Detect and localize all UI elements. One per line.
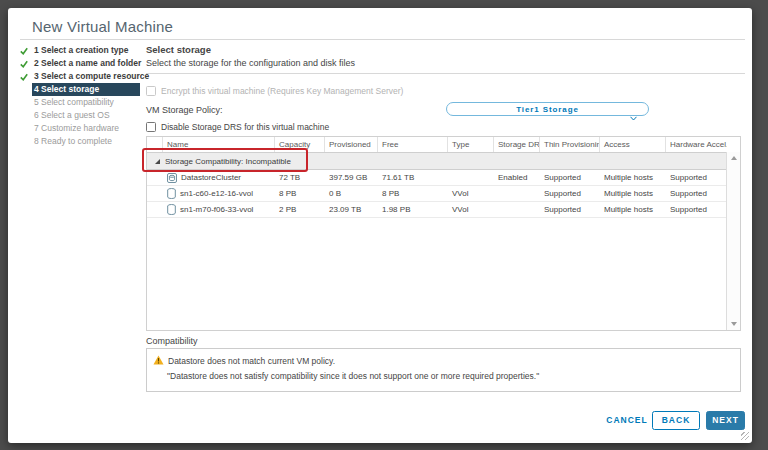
selector-column-header [147,137,163,152]
column-header-storage-drs[interactable]: Storage DRS [494,137,540,152]
check-icon [20,47,32,55]
resize-handle[interactable] [741,432,749,440]
row-selector[interactable] [147,186,163,201]
column-header-capacity[interactable]: Capacity [275,137,325,152]
step-label: 5 Select compatibility [32,96,140,109]
dialog-title: New Virtual Machine [32,18,173,35]
disable-drs-row: Disable Storage DRS for this virtual mac… [146,122,329,132]
row-selector[interactable] [147,202,163,217]
step-label: 6 Select a guest OS [32,109,140,122]
sidebar-step-3[interactable]: 3 Select a compute resource [20,70,140,83]
check-icon [20,73,32,81]
page-subtitle: Select the storage for the configuration… [146,58,355,68]
sidebar-step-6[interactable]: 6 Select a guest OS [20,109,140,122]
encrypt-label: Encrypt this virtual machine (Requires K… [161,86,403,96]
group-row-label: Storage Compatibility: Incompatible [165,157,291,166]
compatibility-warning-detail: "Datastore does not satisfy compatibilit… [167,371,740,381]
disable-drs-label: Disable Storage DRS for this virtual mac… [161,122,329,132]
vm-storage-policy-dropdown[interactable]: Tier1 Storage [446,102,649,116]
table-row-vvol-1[interactable]: sn1-c60-e12-16-vvol 8 PB 0 B 8 PB VVol S… [147,186,727,202]
step-label: 2 Select a name and folder [32,57,141,70]
cell-provisioned: 0 B [325,186,378,201]
sidebar-step-2[interactable]: 2 Select a name and folder [20,57,140,70]
cell-capacity: 8 PB [275,186,325,201]
disable-drs-checkbox[interactable] [146,122,156,132]
cell-hardware-accel: Supported [666,202,727,217]
cell-type: VVol [448,202,494,217]
cell-storage-drs [494,202,540,217]
cell-capacity: 2 PB [275,202,325,217]
datastore-icon [167,188,176,199]
compatibility-panel: Datastore does not match current VM poli… [146,348,741,392]
cell-thin-provisioning: Supported [540,170,600,185]
step-label: 8 Ready to complete [32,135,140,148]
cell-capacity: 72 TB [275,170,325,185]
datastore-table: Name Capacity Provisioned Free Type Stor… [146,136,741,331]
encrypt-vm-row: Encrypt this virtual machine (Requires K… [146,86,403,96]
table-header: Name Capacity Provisioned Free Type Stor… [147,137,727,153]
wizard-steps: 1 Select a creation type 2 Select a name… [20,44,140,148]
cell-type: VVol [448,186,494,201]
table-scrollbar[interactable] [726,152,740,330]
cell-access: Multiple hosts [600,186,666,201]
column-header-access[interactable]: Access [600,137,666,152]
compatibility-label: Compatibility [146,336,198,346]
encrypt-checkbox[interactable] [146,86,156,96]
column-header-free[interactable]: Free [378,137,448,152]
step-label: 1 Select a creation type [32,44,140,57]
cell-storage-drs [494,186,540,201]
column-header-type[interactable]: Type [448,137,494,152]
new-vm-wizard-dialog: New Virtual Machine 1 Select a creation … [8,8,752,443]
column-header-name[interactable]: Name [163,137,275,152]
cell-storage-drs: Enabled [494,170,540,185]
cell-thin-provisioning: Supported [540,186,600,201]
sidebar-step-5[interactable]: 5 Select compatibility [20,96,140,109]
vm-storage-policy-label: VM Storage Policy: [146,105,223,115]
screen-backdrop: New Virtual Machine 1 Select a creation … [0,0,768,450]
cell-thin-provisioning: Supported [540,202,600,217]
sidebar-step-4[interactable]: 4 Select storage [20,83,140,96]
warning-icon [153,355,164,367]
vm-storage-policy-value: Tier1 Storage [516,105,579,114]
cell-free: 1.98 PB [378,202,448,217]
step-label: 3 Select a compute resource [32,70,149,83]
datastore-name: DatastoreCluster [181,170,241,185]
cell-hardware-accel: Supported [666,170,727,185]
row-selector[interactable] [147,170,163,185]
datastore-icon [167,204,176,215]
cell-free: 71.61 TB [378,170,448,185]
datastore-name: sn1-c60-e12-16-vvol [180,186,253,201]
cell-hardware-accel: Supported [666,186,727,201]
sidebar-step-8[interactable]: 8 Ready to complete [20,135,140,148]
chevron-down-icon [630,107,635,112]
datastore-name: sn1-m70-f06-33-vvol [180,202,253,217]
storage-compatibility-group-row[interactable]: Storage Compatibility: Incompatible [147,153,727,170]
cancel-button[interactable]: CANCEL [602,411,652,430]
page-title: Select storage [146,44,211,55]
step-label: 7 Customize hardware [32,122,140,135]
sidebar-step-7[interactable]: 7 Customize hardware [20,122,140,135]
sidebar-step-1[interactable]: 1 Select a creation type [20,44,140,57]
cell-access: Multiple hosts [600,170,666,185]
check-icon [20,60,32,68]
scroll-down-icon[interactable] [731,322,737,326]
expand-caret-icon[interactable] [155,159,160,164]
scroll-up-icon[interactable] [731,156,737,160]
step-label: 4 Select storage [32,83,140,96]
column-header-thin-provisioning[interactable]: Thin Provisioning [540,137,600,152]
table-row-datastore-cluster[interactable]: DatastoreCluster 72 TB 397.59 GB 71.61 T… [147,170,727,186]
cell-provisioned: 397.59 GB [325,170,378,185]
content-divider [146,73,745,74]
cell-provisioned: 23.09 TB [325,202,378,217]
cell-free: 8 PB [378,186,448,201]
column-header-provisioned[interactable]: Provisioned [325,137,378,152]
compatibility-warning-title: Datastore does not match current VM poli… [168,356,335,366]
next-button[interactable]: NEXT [706,411,745,430]
datastore-cluster-icon [167,173,177,183]
table-row-vvol-2[interactable]: sn1-m70-f06-33-vvol 2 PB 23.09 TB 1.98 P… [147,202,727,218]
back-button[interactable]: BACK [652,411,700,430]
title-divider [20,39,745,40]
cell-type [448,170,494,185]
column-header-hardware-accel[interactable]: Hardware Accel... [666,137,727,152]
cell-access: Multiple hosts [600,202,666,217]
